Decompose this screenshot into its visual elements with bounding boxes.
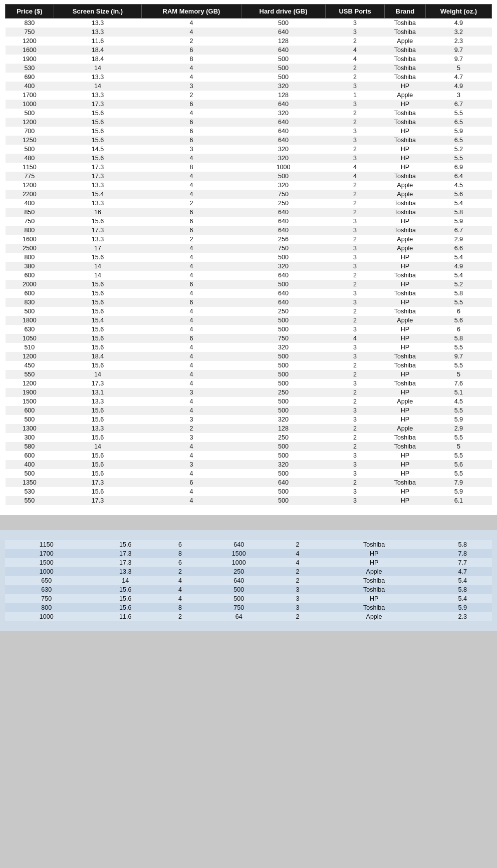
table-cell: Apple bbox=[315, 612, 433, 621]
table-cell: 600 bbox=[6, 289, 54, 298]
table-cell: HP bbox=[384, 127, 425, 136]
table-cell: 3 bbox=[326, 352, 385, 361]
table-cell: 4 bbox=[142, 64, 241, 73]
table-row: 120015.666402Toshiba6.5 bbox=[6, 118, 492, 127]
table-cell: 640 bbox=[241, 226, 326, 235]
table-cell: 5.9 bbox=[425, 415, 491, 424]
table-cell: 2 bbox=[326, 307, 385, 316]
table-cell: 2.9 bbox=[425, 235, 491, 244]
table-cell: 2 bbox=[142, 199, 241, 208]
table-cell: 6 bbox=[142, 226, 241, 235]
table-cell: 530 bbox=[6, 487, 54, 496]
table-cell: 550 bbox=[6, 496, 54, 505]
table-cell: Toshiba bbox=[384, 136, 425, 145]
table-cell: 13.3 bbox=[54, 28, 141, 37]
table-cell: 4 bbox=[142, 370, 241, 379]
table-cell: 15.6 bbox=[54, 460, 141, 469]
table-cell: 3 bbox=[326, 253, 385, 262]
table-cell: 15.6 bbox=[54, 118, 141, 127]
table-cell: 400 bbox=[6, 460, 54, 469]
col-header-hdd: Hard drive (GB) bbox=[241, 5, 326, 19]
table-cell: 640 bbox=[197, 576, 280, 585]
table-row: 120011.621282Apple2.3 bbox=[6, 37, 492, 46]
table-cell: Toshiba bbox=[315, 585, 433, 594]
table-cell: 128 bbox=[241, 424, 326, 433]
table-row: 83015.666403HP5.5 bbox=[6, 298, 492, 307]
table-cell: 640 bbox=[241, 208, 326, 217]
table-cell: 7.9 bbox=[425, 478, 491, 487]
table-cell: 6 bbox=[425, 307, 491, 316]
table-cell: Toshiba bbox=[384, 199, 425, 208]
table-cell: 5 bbox=[425, 442, 491, 451]
table-cell: HP bbox=[384, 496, 425, 505]
table-cell: HP bbox=[384, 163, 425, 172]
table-cell: 4 bbox=[326, 334, 385, 343]
table-cell: 640 bbox=[241, 298, 326, 307]
table-cell: 1000 bbox=[5, 567, 88, 576]
table-cell: 18.4 bbox=[54, 46, 141, 55]
table-cell: 3 bbox=[326, 496, 385, 505]
table-cell: 600 bbox=[6, 451, 54, 460]
table-row: 115015.666402Toshiba5.8 bbox=[5, 540, 492, 549]
table-cell: 5.5 bbox=[425, 298, 491, 307]
table-cell: 4 bbox=[142, 352, 241, 361]
table-cell: 3 bbox=[326, 262, 385, 271]
table-cell: 17.3 bbox=[54, 100, 141, 109]
table-cell: 3 bbox=[142, 415, 241, 424]
table-cell: 2 bbox=[326, 397, 385, 406]
table-cell: 3 bbox=[326, 451, 385, 460]
table-row: 50015.642502Toshiba6 bbox=[6, 307, 492, 316]
table-cell: 15.6 bbox=[54, 469, 141, 478]
table-cell: 3 bbox=[326, 415, 385, 424]
table-cell: 15.6 bbox=[54, 415, 141, 424]
table-cell: 8 bbox=[163, 603, 197, 612]
table-cell: 250 bbox=[241, 199, 326, 208]
table-cell: 13.3 bbox=[54, 73, 141, 82]
table-cell: 830 bbox=[6, 298, 54, 307]
table-row: 50015.643202Toshiba5.5 bbox=[6, 109, 492, 118]
table-row: 75015.645003HP5.4 bbox=[5, 594, 492, 603]
table-cell: 17 bbox=[54, 244, 141, 253]
table-cell: 250 bbox=[241, 307, 326, 316]
table-cell: 13.3 bbox=[54, 424, 141, 433]
table-cell: 1000 bbox=[197, 558, 280, 567]
table-cell: 6 bbox=[142, 280, 241, 289]
table-cell: 4 bbox=[142, 190, 241, 199]
table-cell: 500 bbox=[241, 316, 326, 325]
table-cell: 15.6 bbox=[54, 217, 141, 226]
table-cell: 4 bbox=[326, 46, 385, 55]
table-cell: 500 bbox=[6, 145, 54, 154]
table-cell: 2 bbox=[326, 424, 385, 433]
table-row: 50014.533202HP5.2 bbox=[6, 145, 492, 154]
table-cell: 1500 bbox=[5, 558, 88, 567]
table-cell: 2 bbox=[163, 612, 197, 621]
table-cell: 750 bbox=[6, 28, 54, 37]
table-cell: 5.6 bbox=[425, 190, 491, 199]
table-cell: 650 bbox=[5, 576, 88, 585]
table-cell: 14 bbox=[54, 82, 141, 91]
table-cell: 1700 bbox=[6, 91, 54, 100]
table-row: 180015.445002Apple5.6 bbox=[6, 316, 492, 325]
table-cell: 4 bbox=[326, 163, 385, 172]
table-cell: 500 bbox=[241, 469, 326, 478]
table-cell: Toshiba bbox=[384, 109, 425, 118]
table-cell: 750 bbox=[6, 217, 54, 226]
table-cell: Apple bbox=[384, 235, 425, 244]
col-header-ram: RAM Memory (GB) bbox=[142, 5, 241, 19]
table-cell: 5.5 bbox=[425, 469, 491, 478]
table-cell: 5.8 bbox=[433, 585, 492, 594]
table-cell: 500 bbox=[241, 19, 326, 28]
table-cell: 5.5 bbox=[425, 343, 491, 352]
table-cell: 13.3 bbox=[54, 235, 141, 244]
table-row: 220015.447502Apple5.6 bbox=[6, 190, 492, 199]
table-cell: 500 bbox=[241, 253, 326, 262]
table-cell: 320 bbox=[241, 109, 326, 118]
table-cell: 640 bbox=[241, 118, 326, 127]
bottom-section: 115015.666402Toshiba5.8170017.3815004HP7… bbox=[0, 530, 497, 631]
table-row: 150013.345002Apple4.5 bbox=[6, 397, 492, 406]
table-cell: 6 bbox=[163, 540, 197, 549]
table-cell: 6 bbox=[142, 136, 241, 145]
table-cell: 14 bbox=[54, 442, 141, 451]
table-cell: 15.6 bbox=[54, 280, 141, 289]
table-cell: 3 bbox=[280, 585, 315, 594]
